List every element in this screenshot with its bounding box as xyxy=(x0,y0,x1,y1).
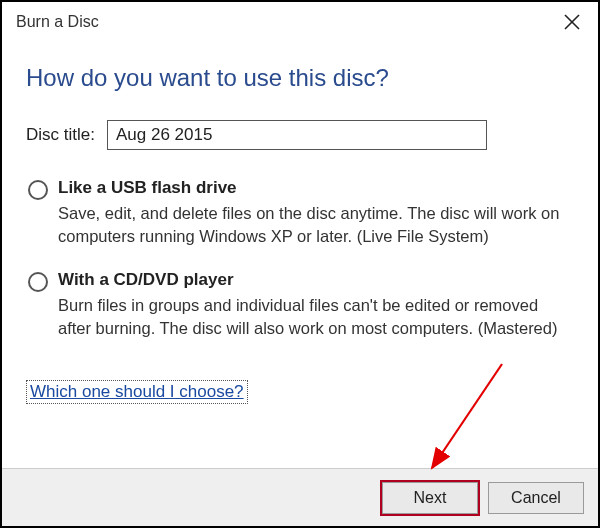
option-text: Like a USB flash drive Save, edit, and d… xyxy=(58,178,574,248)
option-title: Like a USB flash drive xyxy=(58,178,574,198)
option-usb-flash-drive[interactable]: Like a USB flash drive Save, edit, and d… xyxy=(26,178,574,248)
disc-title-row: Disc title: xyxy=(26,120,574,150)
dialog-content: How do you want to use this disc? Disc t… xyxy=(2,42,598,468)
option-description: Burn files in groups and individual file… xyxy=(58,294,574,340)
option-cd-dvd-player[interactable]: With a CD/DVD player Burn files in group… xyxy=(26,270,574,340)
radio-cd-dvd-player[interactable] xyxy=(28,272,48,292)
option-text: With a CD/DVD player Burn files in group… xyxy=(58,270,574,340)
dialog-heading: How do you want to use this disc? xyxy=(26,64,574,92)
next-button[interactable]: Next xyxy=(382,482,478,514)
titlebar: Burn a Disc xyxy=(2,2,598,42)
help-link-which-one[interactable]: Which one should I choose? xyxy=(26,380,248,404)
close-button[interactable] xyxy=(552,7,592,37)
option-description: Save, edit, and delete files on the disc… xyxy=(58,202,574,248)
dialog-footer: Next Cancel xyxy=(2,468,598,526)
option-title: With a CD/DVD player xyxy=(58,270,574,290)
cancel-button[interactable]: Cancel xyxy=(488,482,584,514)
radio-usb-flash-drive[interactable] xyxy=(28,180,48,200)
disc-title-label: Disc title: xyxy=(26,125,95,145)
burn-disc-dialog: Burn a Disc How do you want to use this … xyxy=(0,0,600,528)
disc-title-input[interactable] xyxy=(107,120,487,150)
window-title: Burn a Disc xyxy=(16,13,99,31)
close-icon xyxy=(564,14,580,30)
